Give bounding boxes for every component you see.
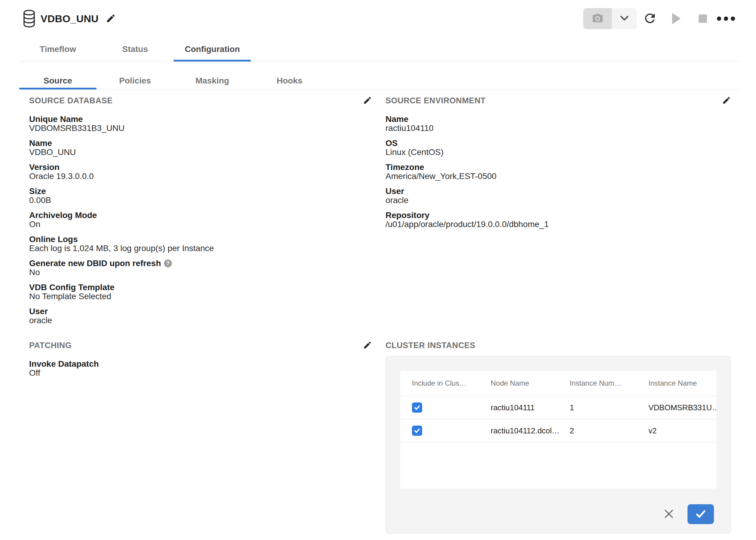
edit-source-database-button[interactable] [363, 96, 372, 106]
cell-instance-number: 1 [570, 403, 649, 412]
source-database-heading: SOURCE DATABASE [29, 96, 113, 105]
tab-configuration[interactable]: Configuration [174, 37, 251, 61]
camera-icon [591, 12, 605, 25]
pencil-icon [363, 96, 372, 106]
configuration-source-content: SOURCE DATABASE Unique Name VDBOMSRB331B… [0, 89, 756, 534]
start-button[interactable] [663, 8, 689, 29]
field-db-user: User oracle [29, 307, 372, 325]
table-row: ractiu104112.dcol… 2 v2 [400, 419, 716, 442]
pencil-icon [722, 96, 731, 106]
cluster-instances-table: Include in Clus… Node Name Instance Num…… [400, 371, 716, 489]
edit-source-environment-button[interactable] [722, 96, 731, 106]
snapshot-camera-button[interactable] [583, 8, 612, 29]
refresh-button[interactable] [637, 8, 663, 29]
field-version: Version Oracle 19.3.0.0.0 [29, 163, 372, 181]
refresh-icon [643, 11, 657, 26]
page-title: VDBO_UNU [41, 13, 98, 25]
help-icon[interactable]: ? [164, 259, 172, 267]
cluster-instances-heading: CLUSTER INSTANCES [385, 341, 475, 350]
snapshot-split-button [583, 8, 637, 29]
pencil-icon [106, 13, 116, 24]
field-size: Size 0.00B [29, 187, 372, 205]
title-group: VDBO_UNU [23, 10, 116, 28]
include-checkbox[interactable] [412, 402, 422, 413]
stop-button[interactable] [689, 8, 716, 29]
include-checkbox[interactable] [412, 426, 422, 436]
table-header-row: Include in Clus… Node Name Instance Num…… [400, 371, 716, 396]
ellipsis-icon [717, 17, 721, 21]
play-icon [672, 13, 680, 24]
active-subtab-underline [19, 88, 96, 89]
column-include-in-cluster: Include in Clus… [400, 379, 491, 387]
subtab-hooks[interactable]: Hooks [251, 62, 328, 89]
pencil-icon [363, 340, 372, 350]
field-vdb-config-template: VDB Config Template No Template Selected [29, 283, 372, 301]
secondary-tabs: Source Policies Masking Hooks [19, 62, 739, 89]
field-archivelog-mode: Archivelog Mode On [29, 211, 372, 229]
cell-instance-name: v2 [649, 426, 716, 436]
chevron-down-icon [619, 15, 630, 23]
field-invoke-datapatch: Invoke Datapatch Off [29, 359, 372, 377]
cluster-edit-actions [400, 489, 716, 534]
edit-patching-button[interactable] [363, 340, 372, 350]
checkmark-icon [695, 508, 707, 521]
confirm-button[interactable] [687, 504, 714, 524]
field-name: Name VDBO_UNU [29, 139, 372, 157]
snapshot-dropdown-button[interactable] [612, 8, 637, 29]
column-instance-name: Instance Name [649, 379, 716, 387]
table-row: ractiu104111 1 VDBOMSRB331U… [400, 396, 716, 419]
field-unique-name: Unique Name VDBOMSRB331B3_UNU [29, 115, 372, 133]
source-environment-section: SOURCE ENVIRONMENT Name ractiu104110 OS … [385, 95, 731, 340]
toolbar [583, 0, 736, 37]
field-repository: Repository /u01/app/oracle/product/19.0.… [385, 211, 731, 229]
field-env-name: Name ractiu104110 [385, 115, 731, 133]
page-header: VDBO_UNU [0, 0, 756, 37]
cancel-button[interactable] [662, 507, 676, 521]
tab-status[interactable]: Status [96, 37, 174, 61]
field-timezone: Timezone America/New_York,EST-0500 [385, 163, 731, 181]
stop-icon [698, 14, 707, 23]
field-generate-new-dbid: Generate new DBID upon refresh ? No [29, 259, 372, 277]
source-database-section: SOURCE DATABASE Unique Name VDBOMSRB331B… [29, 95, 372, 340]
subtab-policies[interactable]: Policies [96, 62, 174, 89]
field-online-logs: Online Logs Each log is 1,024 MB, 3 log … [29, 235, 372, 253]
cluster-instances-section: CLUSTER INSTANCES Include in Clus… Node … [385, 340, 731, 534]
close-icon [664, 508, 674, 520]
subtab-masking[interactable]: Masking [174, 62, 251, 89]
subtab-source[interactable]: Source [19, 62, 96, 89]
cluster-instances-panel: Include in Clus… Node Name Instance Num…… [385, 356, 731, 534]
rename-edit-button[interactable] [106, 13, 116, 24]
column-instance-number: Instance Num… [570, 379, 649, 387]
cell-instance-number: 2 [570, 426, 649, 436]
cell-node-name: ractiu104111 [491, 403, 570, 412]
field-env-user: User oracle [385, 187, 731, 205]
database-icon [23, 10, 36, 28]
tab-timeflow[interactable]: Timeflow [19, 37, 96, 61]
field-os: OS Linux (CentOS) [385, 139, 731, 157]
primary-tabs: Timeflow Status Configuration [19, 37, 739, 62]
cell-node-name: ractiu104112.dcol… [491, 426, 570, 436]
patching-section: PATCHING Invoke Datapatch Off [29, 340, 372, 534]
patching-heading: PATCHING [29, 341, 72, 350]
source-environment-heading: SOURCE ENVIRONMENT [385, 96, 486, 105]
more-actions-button[interactable] [716, 8, 736, 29]
cell-instance-name: VDBOMSRB331U… [649, 403, 716, 412]
column-node-name: Node Name [491, 379, 570, 387]
